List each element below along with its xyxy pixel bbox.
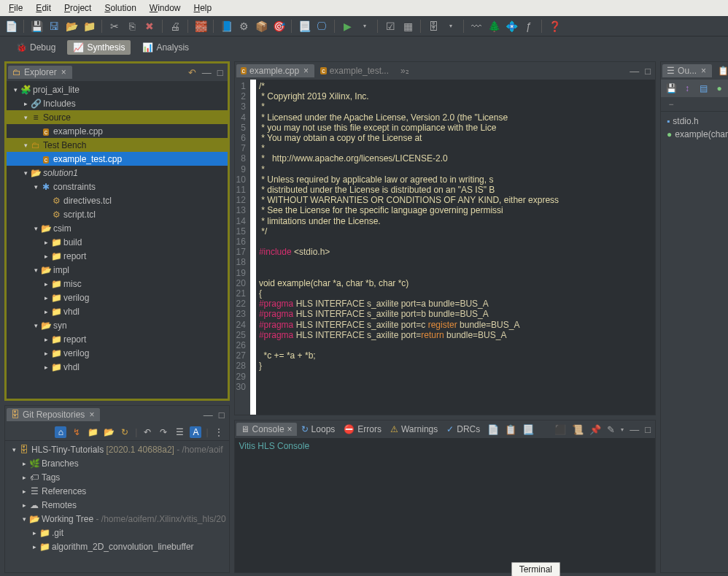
tree-file-selected[interactable]: cexample_test.cpp	[7, 152, 228, 166]
tree-folder[interactable]: ▸verilog	[7, 346, 228, 360]
chip-icon[interactable]: 💠	[505, 20, 518, 33]
git-branches[interactable]: ▸🌿Branches	[5, 456, 229, 470]
tree-folder[interactable]: ▸report	[7, 332, 228, 346]
status-bar-item[interactable]: Terminal	[511, 564, 560, 575]
tree-includes[interactable]: ▸🔗Includes	[7, 96, 228, 110]
refresh-icon[interactable]: ↻	[119, 426, 131, 438]
grid-icon[interactable]: ▦	[401, 20, 414, 33]
proj2-icon[interactable]: 📦	[255, 20, 268, 33]
loops-tab[interactable]: ↻Loops	[297, 423, 340, 436]
directives-tab[interactable]: 📋Di...	[713, 64, 728, 77]
menu-file[interactable]: File	[3, 1, 28, 15]
arrow-icon[interactable]: ↶	[185, 66, 199, 79]
git-repo-row[interactable]: ▾🗄HLS-Tiny-Tutorials [2020.1 40688a2] - …	[5, 442, 229, 456]
save-icon[interactable]: 💾	[665, 82, 677, 94]
explorer-tab[interactable]: 🗀 Explorer ×	[8, 66, 72, 79]
tree-folder[interactable]: ▸build	[7, 235, 228, 249]
editor-body[interactable]: 1234567891011121314151617181920212223242…	[235, 80, 656, 415]
tree-impl[interactable]: ▾impl	[7, 263, 228, 277]
delete-icon[interactable]: ✖	[143, 20, 156, 33]
minimize-icon[interactable]: ―	[201, 409, 216, 421]
target-icon[interactable]: 🎯	[272, 20, 285, 33]
tree-csim[interactable]: ▾csim	[7, 221, 228, 235]
page-icon[interactable]: 📄	[484, 423, 502, 436]
git-refs[interactable]: ▸☰References	[5, 484, 229, 498]
print-icon[interactable]: 🖨	[169, 20, 182, 33]
minimize-icon[interactable]: ―	[199, 66, 214, 79]
public-icon[interactable]: ●	[713, 82, 725, 94]
outline-item[interactable]: ▪stdio.h	[664, 115, 728, 128]
tree-folder[interactable]: ▸vhdl	[7, 304, 228, 318]
save-icon[interactable]: 💾	[30, 20, 43, 33]
close-icon[interactable]: ×	[700, 66, 708, 76]
check-icon[interactable]: ☑	[384, 20, 397, 33]
tree-solution[interactable]: ▾solution1	[7, 166, 228, 180]
sort-icon[interactable]: ↕	[681, 82, 693, 94]
more-tabs-indicator[interactable]: »₂	[400, 66, 409, 76]
tree-file[interactable]: script.tcl	[7, 207, 228, 221]
console-tab[interactable]: 🖥Console×	[236, 423, 297, 436]
tree-folder[interactable]: ▸vhdl	[7, 360, 228, 374]
link-icon[interactable]: ↯	[71, 426, 82, 438]
perspective-analysis[interactable]: 📊 Analysis	[136, 40, 195, 55]
open2-icon[interactable]: 📁	[82, 20, 96, 33]
save-all-icon[interactable]: 🖫	[47, 20, 61, 33]
git-working-tree[interactable]: ▾Working Tree - /home/aoifem/.Xilinx/vit…	[5, 512, 229, 526]
copy-icon[interactable]: ⎘	[125, 20, 139, 33]
git-folder[interactable]: ▸algorithm_2D_convolution_linebuffer	[5, 539, 229, 553]
page2-icon[interactable]: 📋	[502, 423, 519, 436]
filter-icon[interactable]: ▤	[697, 82, 709, 94]
explorer-tree[interactable]: ▾🧩proj_axi_lite ▸🔗Includes ▾≡Source cexa…	[7, 81, 228, 399]
collapse-icon[interactable]: −	[665, 99, 677, 110]
dd-icon[interactable]: ▾	[618, 426, 627, 434]
menu-edit[interactable]: Edit	[30, 1, 57, 15]
fn-icon[interactable]: ƒ	[522, 20, 535, 33]
outline-item[interactable]: ●example(char*, char*, c	[664, 128, 728, 141]
tree-syn[interactable]: ▾syn	[7, 318, 228, 332]
git-tab[interactable]: 🗄 Git Repositories ×	[7, 408, 100, 421]
folder-icon[interactable]: 📁	[87, 426, 98, 438]
tree-project[interactable]: ▾🧩proj_axi_lite	[7, 82, 228, 96]
perspective-synthesis[interactable]: 📈 Synthesis	[67, 40, 131, 55]
menu-project[interactable]: Project	[58, 1, 97, 15]
errors-tab[interactable]: ⛔Errors	[339, 423, 386, 436]
tree-folder[interactable]: ▸report	[7, 249, 228, 263]
minimize-icon[interactable]: ―	[627, 423, 642, 436]
tree-file[interactable]: cexample.cpp	[7, 124, 228, 138]
list-icon[interactable]: ☰	[174, 426, 185, 438]
git-tree[interactable]: ▾🗄HLS-Tiny-Tutorials [2020.1 40688a2] - …	[5, 441, 229, 572]
pin-icon[interactable]: 📌	[586, 423, 604, 436]
maximize-icon[interactable]: □	[214, 66, 226, 79]
editor-tab-inactive[interactable]: c example_test...	[316, 64, 393, 77]
outline-tab[interactable]: ☰Ou...×	[662, 64, 712, 77]
maximize-icon[interactable]: □	[216, 409, 228, 421]
drcs-tab[interactable]: ✓DRCs	[442, 423, 484, 436]
editor-tab-active[interactable]: c example.cpp ×	[236, 64, 315, 77]
close-icon[interactable]: ×	[88, 410, 96, 420]
warnings-tab[interactable]: ⚠Warnings	[386, 423, 442, 436]
new-icon[interactable]: 📄	[4, 20, 18, 33]
tree-constraints[interactable]: ▾✱constraints	[7, 180, 228, 193]
menu-icon[interactable]: ⋮	[213, 426, 225, 438]
db-icon[interactable]: 🗄	[427, 20, 440, 33]
maximize-icon[interactable]: □	[642, 65, 654, 77]
git-tags[interactable]: ▸🏷Tags	[5, 470, 229, 484]
tree-file[interactable]: directives.tcl	[7, 193, 228, 207]
edit-icon[interactable]: ✎	[604, 423, 618, 436]
db-dd-icon[interactable]: ▾	[444, 20, 457, 33]
menu-window[interactable]: Window	[144, 1, 187, 15]
tree-source[interactable]: ▾≡Source	[7, 110, 228, 124]
undo-icon[interactable]: ↶	[142, 426, 153, 438]
help-icon[interactable]: ❓	[548, 20, 561, 33]
folder2-icon[interactable]: 📂	[103, 426, 115, 438]
terminal-button[interactable]: Terminal	[511, 562, 560, 576]
cut-icon[interactable]: ✂	[108, 20, 121, 33]
home-icon[interactable]: ⌂	[55, 426, 66, 438]
run-dd-icon[interactable]: ▾	[358, 20, 371, 33]
redo-icon[interactable]: ↷	[158, 426, 169, 438]
close-icon[interactable]: ×	[60, 67, 68, 77]
clear-icon[interactable]: ⬛	[551, 423, 569, 436]
proj1-icon[interactable]: 📘	[220, 20, 233, 33]
tree-icon[interactable]: 🌲	[487, 20, 500, 33]
maximize-icon[interactable]: □	[642, 423, 654, 436]
